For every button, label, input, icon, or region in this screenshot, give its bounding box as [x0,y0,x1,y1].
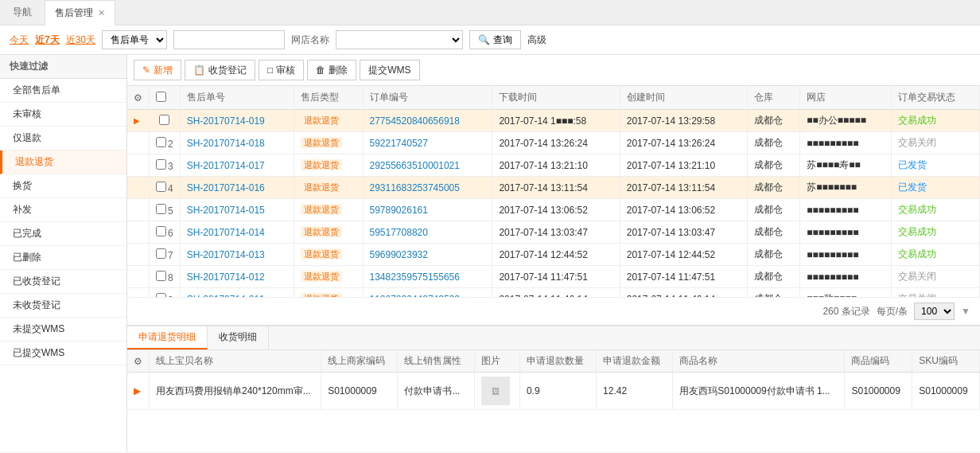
row-checkbox-cell: 8 [150,266,181,288]
pagination-bar: 260 条记录 每页/条 100 ▼ [127,297,980,325]
row-type: 退款退货 [294,266,363,288]
row-order-id[interactable]: 59699023932 [363,244,492,266]
row-order-id[interactable]: 29311683253745005 [363,177,492,199]
sidebar-item-4[interactable]: 换货 [0,174,126,198]
submit-wms-btn[interactable]: 提交WMS [360,60,419,80]
review-btn[interactable]: □ 审核 [259,60,304,80]
date-30days-btn[interactable]: 近30天 [66,33,95,47]
sidebar-item-8[interactable]: 已收货登记 [0,270,126,294]
row-order-id[interactable]: 11867039442742533 [363,288,492,298]
row-checkbox[interactable] [156,271,166,281]
row-id[interactable]: SH-20170714-016 [180,177,294,199]
active-tab[interactable]: 售后管理 ✕ [45,0,115,25]
table-row[interactable]: 4SH-20170714-016退款退货29311683253745005201… [127,177,980,199]
tab-refund-detail[interactable]: 申请退货明细 [127,326,208,350]
query-btn[interactable]: 🔍 查询 [469,30,521,49]
sidebar-item-9[interactable]: 未收货登记 [0,294,126,318]
row-shop: ■■办公■■■■■ [800,110,892,132]
row-download-time: 2017-07-14 11:47:51 [492,266,620,288]
tab-receive-detail[interactable]: 收货明细 [208,326,269,350]
row-id[interactable]: SH-20170714-011 [180,288,294,298]
row-order-id[interactable]: 59789026161 [363,199,492,221]
advanced-btn[interactable]: 高级 [527,33,546,47]
row-shop: ■■■致■■■■ [800,288,892,298]
row-status: 交易关闭 [891,132,979,154]
sidebar-item-0[interactable]: 全部售后单 [0,79,126,103]
sidebar-item-3[interactable]: 退款退货 [0,150,126,174]
row-order-id[interactable]: 59221740527 [363,132,492,154]
row-type: 退款退货 [294,288,363,298]
sidebar-item-10[interactable]: 未提交WMS [0,318,126,342]
row-checkbox[interactable] [156,248,166,259]
col-header-9: 订单交易状态 [891,86,979,110]
order-type-select[interactable]: 售后单号 [102,30,167,49]
row-id[interactable]: SH-20170714-019 [180,110,294,132]
table-row[interactable]: 2SH-20170714-018退款退货592217405272017-07-1… [127,132,980,154]
row-type: 退款退货 [294,110,363,132]
new-btn[interactable]: ✎ 新增 [134,60,181,80]
row-checkbox[interactable] [156,159,166,170]
row-id[interactable]: SH-20170714-015 [180,199,294,221]
row-id[interactable]: SH-20170714-017 [180,154,294,177]
date-7days-btn[interactable]: 近7天 [35,33,60,47]
bottom-settings-icon[interactable]: ⚙ [127,350,150,373]
tab-close-icon[interactable]: ✕ [98,8,105,18]
row-create-time: 2017-07-14 13:06:52 [620,199,747,221]
row-download-time: 2017-07-14 12:44:52 [492,244,620,266]
row-warehouse: 成都仓 [748,266,800,288]
receive-btn[interactable]: 📋 收货登记 [185,60,255,80]
table-row[interactable]: ▶SH-20170714-019退款退货27754520840656918201… [127,110,980,132]
row-checkbox[interactable] [159,115,169,125]
table-row[interactable]: 3SH-20170714-017退款退货29255663510001021201… [127,154,980,177]
row-id[interactable]: SH-20170714-018 [180,132,294,154]
row-warehouse: 成都仓 [748,110,800,132]
row-checkbox-cell: 5 [150,199,181,221]
bottom-table: ⚙线上宝贝名称线上商家编码线上销售属性图片申请退款数量申请退款金额商品名称商品编… [127,350,980,410]
shop-select[interactable] [336,30,463,49]
sidebar-item-7[interactable]: 已删除 [0,246,126,270]
delete-btn[interactable]: 🗑 删除 [307,60,356,80]
row-order-id[interactable]: 29255663510001021 [363,154,492,177]
col-header-7: 仓库 [748,86,800,110]
row-order-id[interactable]: 13482359575155656 [363,266,492,288]
bottom-row-seller-code: S01000009 [321,373,398,410]
bottom-col-1: 线上宝贝名称 [150,350,321,373]
order-id-input[interactable] [173,30,285,49]
row-create-time: 2017-07-14 13:21:10 [620,154,747,177]
settings-icon[interactable]: ⚙ [127,86,150,110]
per-page-select[interactable]: 100 [914,303,955,320]
row-arrow [127,221,150,244]
sidebar-item-5[interactable]: 补发 [0,198,126,222]
row-checkbox[interactable] [156,182,166,192]
bottom-col-2: 线上商家编码 [321,350,398,373]
row-arrow [127,266,150,288]
sidebar-item-11[interactable]: 已提交WMS [0,342,126,365]
row-id[interactable]: SH-20170714-012 [180,266,294,288]
table-row[interactable]: 7SH-20170714-013退款退货596990239322017-07-1… [127,244,980,266]
row-checkbox-cell: 4 [150,177,181,199]
bottom-row-sale-attr: 付款申请书... [398,373,474,410]
toolbar: ✎ 新增 📋 收货登记 □ 审核 🗑 删除 提交WMS [127,55,980,86]
date-today-btn[interactable]: 今天 [10,33,29,47]
receive-icon: 📋 [193,64,205,76]
row-id[interactable]: SH-20170714-014 [180,221,294,244]
table-row[interactable]: 5SH-20170714-015退款退货597890261612017-07-1… [127,199,980,221]
row-id[interactable]: SH-20170714-013 [180,244,294,266]
row-order-id[interactable]: 59517708820 [363,221,492,244]
sidebar-item-2[interactable]: 仅退款 [0,127,126,150]
row-arrow [127,132,150,154]
table-row[interactable]: 9SH-20170714-011退款退货11867039442742533201… [127,288,980,298]
row-order-id[interactable]: 27754520840656918 [363,110,492,132]
sidebar-item-6[interactable]: 已完成 [0,222,126,246]
table-row[interactable]: 6SH-20170714-014退款退货595177088202017-07-1… [127,221,980,244]
bottom-table-row[interactable]: ▶用友西玛费用报销单240*120mm审...S01000009付款申请书...… [127,373,980,410]
row-checkbox[interactable] [156,137,166,147]
table-row[interactable]: 8SH-20170714-012退款退货13482359575155656201… [127,266,980,288]
sidebar-item-1[interactable]: 未审核 [0,103,126,127]
col-header-6: 创建时间 [620,86,747,110]
row-checkbox[interactable] [156,226,166,236]
select-all-checkbox[interactable] [156,92,166,102]
row-download-time: 2017-07-14 11:46:14 [492,288,620,298]
row-create-time: 2017-07-14 13:26:24 [620,132,747,154]
row-checkbox[interactable] [156,204,166,214]
